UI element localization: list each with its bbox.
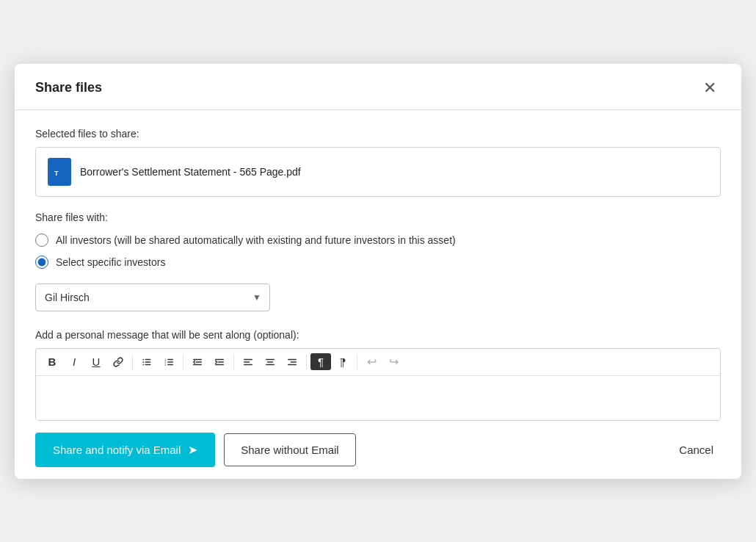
underline-button[interactable]: U: [86, 353, 106, 370]
svg-text:3: 3: [164, 363, 166, 366]
cancel-button[interactable]: Cancel: [672, 434, 721, 466]
message-input[interactable]: [36, 376, 720, 420]
toolbar-separator-2: [183, 355, 183, 369]
link-button[interactable]: [108, 354, 128, 370]
outdent-button[interactable]: [187, 354, 208, 370]
dialog-body: Selected files to share: T Borrower's Se…: [15, 110, 741, 421]
select-investors-option[interactable]: Select specific investors: [35, 256, 721, 269]
editor-toolbar: B I U: [36, 349, 720, 376]
indent-button[interactable]: [209, 354, 230, 370]
align-center-button[interactable]: [260, 354, 280, 370]
undo-button[interactable]: ↩: [361, 353, 382, 371]
svg-point-5: [142, 358, 144, 360]
close-icon: ✕: [703, 79, 716, 97]
select-investors-label: Select specific investors: [56, 256, 165, 268]
share-email-label: Share and notify via Email: [53, 444, 181, 456]
share-no-email-label: Share without Email: [241, 444, 338, 456]
selected-files-label: Selected files to share:: [35, 128, 721, 140]
share-no-email-button[interactable]: Share without Email: [224, 433, 355, 466]
message-label: Add a personal message that will be sent…: [35, 329, 721, 341]
all-investors-radio[interactable]: [35, 234, 48, 247]
share-with-label: Share files with:: [35, 212, 721, 223]
dialog-header: Share files ✕: [15, 64, 741, 110]
ordered-list-button[interactable]: 1 2 3: [159, 354, 179, 370]
toolbar-separator-4: [306, 355, 307, 369]
radio-group: All investors (will be shared automatica…: [35, 234, 721, 269]
share-files-dialog: Share files ✕ Selected files to share: T…: [15, 64, 741, 479]
all-investors-label: All investors (will be shared automatica…: [56, 234, 456, 246]
align-left-button[interactable]: [238, 354, 258, 370]
cancel-label: Cancel: [679, 444, 713, 456]
file-box: T Borrower's Settlement Statement - 565 …: [35, 147, 721, 197]
paragraph-rtl-button[interactable]: ¶: [332, 353, 353, 370]
pdf-svg-icon: T: [52, 163, 67, 181]
paragraph-ltr-button[interactable]: ¶: [310, 353, 331, 370]
toolbar-separator-5: [357, 355, 357, 369]
svg-text:T: T: [54, 170, 59, 177]
redo-button[interactable]: ↪: [383, 353, 404, 371]
toolbar-separator-3: [233, 355, 234, 369]
dialog-footer: Share and notify via Email ➤ Share witho…: [15, 421, 741, 479]
investor-select[interactable]: Gil Hirsch: [35, 283, 270, 311]
dialog-title: Share files: [35, 80, 102, 95]
share-arrow-icon: ➤: [188, 443, 197, 457]
select-investors-radio[interactable]: [35, 256, 48, 269]
italic-button[interactable]: I: [64, 353, 84, 370]
bold-button[interactable]: B: [42, 353, 62, 370]
svg-point-7: [142, 364, 144, 365]
toolbar-separator-1: [132, 355, 133, 369]
close-button[interactable]: ✕: [699, 79, 721, 98]
investor-select-wrapper: Gil Hirsch ▼: [35, 283, 270, 311]
align-right-button[interactable]: [282, 354, 302, 370]
pdf-file-icon: T: [48, 158, 71, 186]
unordered-list-button[interactable]: [137, 354, 157, 370]
all-investors-option[interactable]: All investors (will be shared automatica…: [35, 234, 721, 247]
message-editor: B I U: [35, 348, 721, 421]
file-name: Borrower's Settlement Statement - 565 Pa…: [80, 166, 301, 178]
share-email-button[interactable]: Share and notify via Email ➤: [35, 433, 215, 467]
svg-point-6: [142, 361, 144, 363]
